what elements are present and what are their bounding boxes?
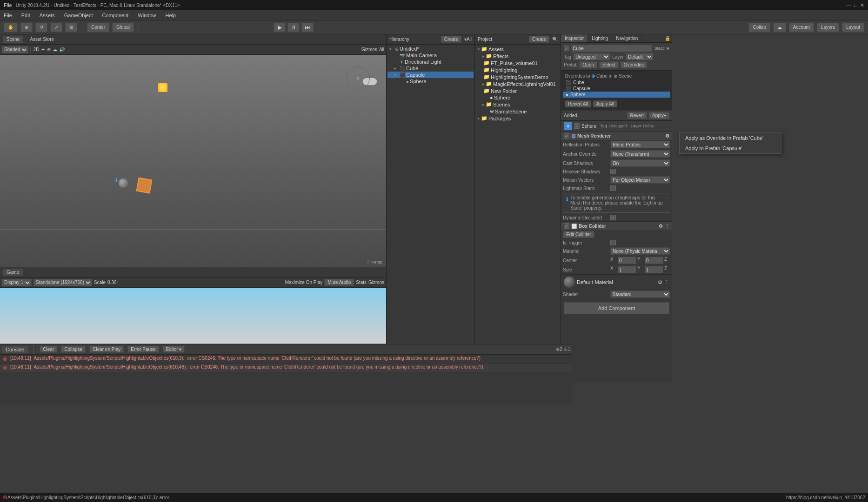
is-trigger-checkbox[interactable] (610, 240, 616, 245)
minimize-btn[interactable]: — (846, 2, 851, 8)
proj-item-effects[interactable]: ▸ 📁 Effects (476, 53, 560, 59)
scene-view[interactable]: + Z ⊢Persp (0, 55, 386, 267)
override-item-capsule[interactable]: ⬛ Capsule (563, 86, 670, 92)
display-select[interactable]: Display 1 (2, 279, 32, 286)
apply-override-cube[interactable]: Apply as Override in Prefab 'Cube' (680, 133, 781, 143)
menu-assets[interactable]: Assets (38, 12, 57, 19)
sphere-active[interactable] (574, 123, 580, 129)
menu-edit[interactable]: Edit (20, 12, 32, 19)
hierarchy-filter[interactable]: ▾All (464, 37, 472, 42)
cloud-btn[interactable]: ☁ (773, 23, 786, 32)
rect-tool[interactable]: ⊠ (65, 23, 77, 32)
window-controls[interactable]: — □ ✕ (846, 2, 864, 8)
inspector-lock[interactable]: 🔒 (663, 34, 672, 42)
proj-item-assets[interactable]: ▾ 📁 Assets (476, 46, 560, 53)
dynamic-occluded-checkbox[interactable] (610, 215, 616, 220)
scene-tab[interactable]: Scene (3, 36, 23, 43)
mr-enabled[interactable] (564, 133, 569, 139)
step-button[interactable]: ⏭ (301, 23, 314, 32)
menu-gameobject[interactable]: GameObject (62, 12, 95, 19)
menu-window[interactable]: Window (136, 12, 158, 19)
clear-btn[interactable]: Clear (40, 346, 57, 353)
prefab-open-btn[interactable]: Open (579, 61, 597, 68)
center-pivot-btn[interactable]: Center (87, 23, 109, 32)
console-error-1[interactable]: ⊗ [10:48:11] Assets/Plugins/Highlighting… (0, 355, 572, 363)
edit-collider-btn[interactable]: Edit Collider (563, 231, 594, 238)
stats-btn[interactable]: Stats (356, 280, 367, 285)
proj-item-magic-effects[interactable]: ▸ 📁 MagicEffectsLightningVol01 (476, 80, 560, 87)
global-space-btn[interactable]: Global (112, 23, 134, 32)
dim-2d[interactable]: 2D (33, 47, 40, 52)
object-active-checkbox[interactable] (564, 46, 569, 51)
bc-enabled[interactable] (564, 223, 569, 229)
menu-file[interactable]: File (2, 12, 14, 19)
receive-shadows-checkbox[interactable] (610, 169, 616, 174)
proj-item-sphere[interactable]: ● Sphere (476, 94, 560, 101)
scale-tool[interactable]: ⤢ (50, 23, 62, 32)
bc-settings-icon[interactable]: ⚙ (659, 224, 663, 229)
rotate-tool[interactable]: ↺ (35, 23, 47, 32)
hierarchy-tab[interactable]: Hierarchy (389, 37, 409, 42)
account-btn[interactable]: Account (789, 23, 814, 32)
project-tab[interactable]: Project (478, 37, 492, 42)
hierarchy-item-main-camera[interactable]: 📷 Main Camera (387, 52, 474, 59)
mute-audio-btn[interactable]: Mute Audio (324, 279, 354, 286)
console-error-2[interactable]: ⊗ [10:48:11] Assets/Plugins/Highlighting… (0, 363, 572, 372)
hierarchy-item-sphere[interactable]: ● Sphere (387, 78, 474, 85)
game-gizmos-btn[interactable]: Gizmos (368, 280, 384, 285)
size-y[interactable] (645, 266, 663, 273)
proj-item-highlighting-demo[interactable]: 📁 HighlightingSystemDemo (476, 73, 560, 80)
center-y[interactable] (645, 257, 663, 264)
apply-dropdown-btn[interactable]: Apply▾ (649, 112, 669, 119)
collab-btn[interactable]: Collab (748, 23, 770, 32)
proj-item-new-folder[interactable]: 📁 New Folder (476, 87, 560, 94)
proj-item-highlighting[interactable]: 📁 Highlighting (476, 66, 560, 73)
proj-item-scenes[interactable]: ▸ 📁 Scenes (476, 101, 560, 108)
menu-component[interactable]: Component (100, 12, 130, 19)
prefab-overrides-btn[interactable]: Overrides (621, 61, 647, 68)
center-z[interactable] (672, 257, 672, 264)
mat-more-icon[interactable]: ⋮ (664, 279, 669, 285)
tag-select[interactable]: Untagged (573, 53, 610, 60)
pause-button[interactable]: ⏸ (287, 23, 300, 32)
clear-on-play-btn[interactable]: Clear on Play (89, 346, 124, 353)
mr-settings-icon[interactable]: ⚙ (665, 133, 669, 139)
override-item-cube[interactable]: ⬛ Cube (563, 79, 670, 86)
hierarchy-item-untitled[interactable]: ▾ ⊕ Untitled* (387, 46, 474, 52)
override-item-sphere[interactable]: ● Sphere (563, 92, 670, 98)
gizmos-btn[interactable]: Gizmos (361, 47, 377, 52)
material-select[interactable]: None (Physic Materia (610, 247, 670, 255)
maximize-btn[interactable]: □ (854, 2, 857, 8)
hand-tool[interactable]: ✋ (4, 23, 18, 32)
hierarchy-item-cube[interactable]: ▸ ⬛ Cube (387, 65, 474, 72)
console-tab[interactable]: Console (2, 346, 28, 353)
navigation-tab[interactable]: Navigation (612, 34, 642, 42)
hierarchy-item-capsule[interactable]: ▾ ⬛ Capsule (387, 72, 474, 78)
lighting-tab[interactable]: Lighting (588, 34, 612, 42)
game-tab[interactable]: Game (3, 269, 23, 276)
shading-mode[interactable]: Shaded (2, 46, 28, 53)
apply-prefab-capsule[interactable]: Apply to Prefab 'Capsule' (680, 143, 781, 153)
hierarchy-item-directional-light[interactable]: ☀ Directional Light (387, 59, 474, 65)
bc-more-icon[interactable]: ⋮ (665, 224, 669, 229)
anchor-override-select[interactable]: None (Transform) (610, 150, 670, 158)
revert-all-btn[interactable]: Revert All (565, 100, 591, 107)
shader-select[interactable]: Standard (610, 291, 670, 298)
menu-help[interactable]: Help (163, 12, 178, 19)
motion-vectors-select[interactable]: Per Object Motion (610, 176, 670, 184)
static-dropdown[interactable]: ▾ (667, 46, 669, 52)
editor-btn[interactable]: Editor ▾ (163, 346, 185, 353)
collapse-btn[interactable]: Collapse (61, 346, 86, 353)
prefab-select-btn[interactable]: Select (599, 61, 619, 68)
proj-item-ft-pulse[interactable]: 📁 FT_Pulse_volume01 (476, 59, 560, 66)
move-tool[interactable]: ⊕ (20, 23, 33, 32)
size-x[interactable] (618, 266, 636, 273)
inspector-tab[interactable]: Inspector (561, 34, 588, 42)
project-create-btn[interactable]: Create (529, 36, 549, 43)
play-button[interactable]: ▶ (274, 23, 286, 32)
lightmap-static-checkbox[interactable] (610, 185, 616, 191)
proj-item-packages[interactable]: ▸ 📁 Packages (476, 115, 560, 122)
object-name-input[interactable] (571, 45, 652, 52)
mesh-renderer-header[interactable]: ▤ Mesh Renderer ⚙ (561, 132, 672, 140)
proj-item-sample-scene[interactable]: ⊕ SampleScene (476, 108, 560, 115)
